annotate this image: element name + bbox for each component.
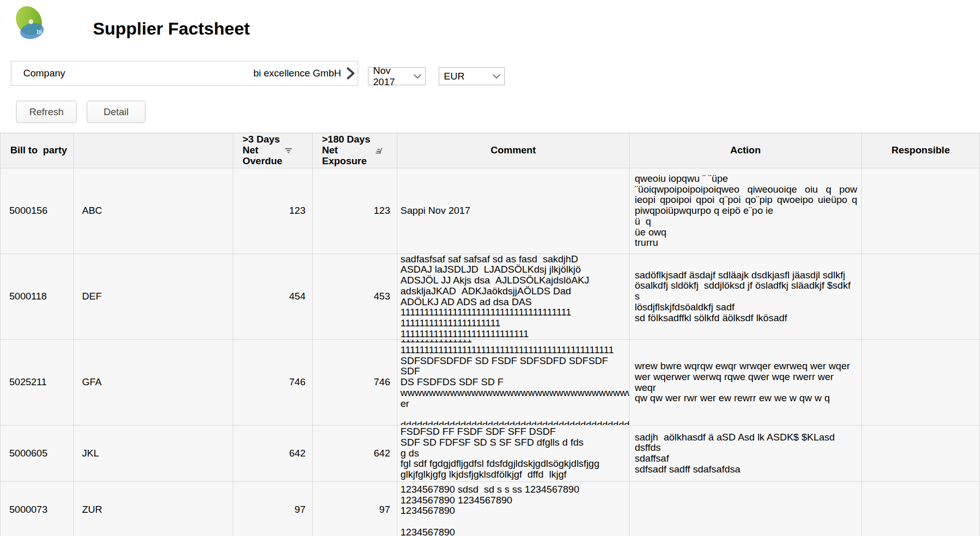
cell-comment: 111111111111111 111111111111111111111111… xyxy=(397,340,630,425)
cell-responsible xyxy=(862,340,980,425)
cell-responsible xyxy=(862,425,980,482)
refresh-button[interactable]: Refresh xyxy=(16,101,77,123)
company-value: bi excellence GmbH xyxy=(253,68,341,79)
cell-exposure: 97 xyxy=(313,482,397,536)
cell-comment: FSDFSD FF FSDF SDF SFF DSDF SDF SD FDFSF… xyxy=(397,425,630,482)
cell-comment: Sappi Nov 2017 xyxy=(397,168,630,254)
cell-responsible xyxy=(862,482,980,536)
cell-billto-id: 5000605 xyxy=(0,425,74,482)
column-header-empty xyxy=(74,133,233,168)
cell-exposure: 123 xyxy=(313,168,397,254)
cell-overdue: 454 xyxy=(233,254,313,340)
column-header-action: Action xyxy=(630,133,862,168)
cell-overdue: 746 xyxy=(233,340,313,425)
cell-billto-id: 5000073 xyxy=(0,482,74,536)
cell-overdue: 123 xyxy=(233,168,313,254)
logo-icon: bi xyxy=(12,5,49,41)
sort-descending-icon[interactable] xyxy=(375,147,383,154)
chevron-down-icon xyxy=(414,74,425,78)
cell-billto-name: DEF xyxy=(74,254,233,340)
cell-billto-name: ZUR xyxy=(74,482,233,536)
column-header-responsible: Responsible xyxy=(862,133,980,168)
cell-billto-name: JKL xyxy=(74,425,233,482)
cell-action: sadjh aölkhasdf ä aSD Asd lk ASDK$ $KLas… xyxy=(630,425,862,482)
column-header-comment: Comment xyxy=(397,133,630,168)
supplier-table: Bill to party >3 Days Net Overdue >180 D… xyxy=(0,133,980,536)
period-value: Nov 2017 xyxy=(373,65,414,88)
cell-exposure: 746 xyxy=(313,340,397,425)
period-dropdown[interactable]: Nov 2017 xyxy=(368,67,426,85)
cell-billto-id: 5000156 xyxy=(0,168,74,254)
cell-billto-name: ABC xyxy=(74,168,233,254)
cell-billto-id: 5025211 xyxy=(0,340,74,425)
supplier-factsheet-page: { "app": { "title": "Supplier Factsheet"… xyxy=(0,0,980,536)
cell-action: wrew bwre wqrqw ewqr wrwqer ewrweq wer w… xyxy=(630,340,862,425)
currency-value: EUR xyxy=(444,71,464,82)
cell-exposure: 453 xyxy=(313,254,397,340)
cell-billto-name: GFA xyxy=(74,340,233,425)
detail-button[interactable]: Detail xyxy=(87,101,146,123)
cell-responsible xyxy=(862,168,980,254)
cell-action: sadöflkjsadf äsdajf sdläajk dsdkjasfl jä… xyxy=(630,254,862,340)
cell-billto-id: 5000118 xyxy=(0,254,74,340)
company-field[interactable]: Company bi excellence GmbH xyxy=(11,61,358,86)
cell-overdue: 642 xyxy=(233,425,313,482)
column-header-exposure[interactable]: >180 Days Net Exposure xyxy=(313,133,397,168)
chevron-right-icon xyxy=(347,67,355,80)
currency-dropdown[interactable]: EUR xyxy=(439,67,505,85)
cell-responsible xyxy=(862,254,980,340)
chevron-down-icon xyxy=(493,74,504,78)
page-title: Supplier Factsheet xyxy=(93,19,250,39)
filter-icon[interactable] xyxy=(284,148,293,154)
company-label: Company xyxy=(11,68,65,79)
bi-excellence-logo: bi xyxy=(12,5,49,41)
cell-action xyxy=(630,482,862,536)
cell-overdue: 97 xyxy=(233,482,313,536)
cell-exposure: 642 xyxy=(313,425,397,482)
column-header-overdue[interactable]: >3 Days Net Overdue xyxy=(233,133,313,168)
cell-comment: 1234567890 sdsd sd s s ss 1234567890 123… xyxy=(397,482,630,536)
column-header-bill-to-party: Bill to party xyxy=(0,133,74,168)
cell-comment: sadfasfsaf saf safsaf sd as fasd sakdjhD… xyxy=(397,254,630,340)
logo-text: bi xyxy=(37,28,42,36)
cell-action: qweoiu iopqwu ¨ ¨üpe ¨üoiqwpoipoipoipoiq… xyxy=(630,168,862,254)
